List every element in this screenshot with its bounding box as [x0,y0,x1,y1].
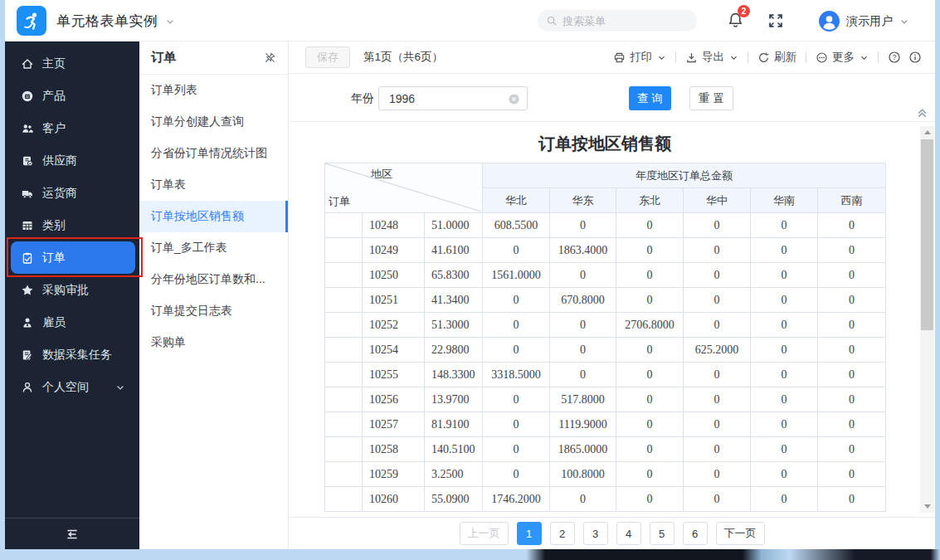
table-cell: 10248 [363,213,425,238]
notification-badge: 2 [738,5,750,17]
table-cell: 0 [616,213,684,238]
sidebar-item-label: 产品 [42,89,66,104]
fullscreen-button[interactable] [767,12,784,29]
help-icon[interactable]: ? [888,51,901,64]
next-page-button[interactable]: 下一页 [716,522,765,545]
prev-page-button[interactable]: 上一页 [460,522,509,545]
submenu-item-4[interactable]: 订单按地区销售额 [139,201,288,232]
scroll-down-button[interactable] [920,500,934,513]
table-cell: 0 [751,437,818,462]
main-content: 保存 第1页（共6页） 打印 导出 [289,41,935,549]
region-column-header: 华中 [684,188,751,213]
submenu-item-5[interactable]: 订单_多工作表 [139,232,288,264]
table-cell: 148.3300 [425,363,483,387]
table-row: 1024941.610001863.40000000 [325,238,886,263]
app-logo[interactable] [17,6,46,36]
page-button-6[interactable]: 6 [683,522,708,545]
table-cell: 1561.0000 [483,263,550,288]
sidebar-item-category[interactable]: 类别 [11,209,135,241]
table-cell: 0 [818,313,886,338]
toolbar-separator [675,51,676,63]
search-box[interactable] [538,10,697,32]
sidebar-item-home[interactable]: 主页 [11,47,135,80]
table-cell: 2706.8000 [616,313,684,338]
page-button-4[interactable]: 4 [616,522,641,545]
collapse-filter-icon[interactable] [915,105,929,119]
clear-input-icon[interactable] [508,93,520,105]
search-input[interactable] [563,15,679,27]
sidebar-item-product[interactable]: 产品 [11,80,135,112]
sidebar-item-shipper[interactable]: 运货商 [11,177,135,209]
avatar[interactable] [819,11,840,32]
sidebar-item-tasks[interactable]: 数据采集任务 [11,338,135,371]
submenu-item-6[interactable]: 分年份地区订单数和... [139,264,288,295]
submenu-item-3[interactable]: 订单表 [139,169,288,201]
table-cell: 0 [616,387,684,412]
sidebar-item-supplier[interactable]: 供应商 [11,144,135,177]
scroll-up-button[interactable] [920,126,934,139]
submenu-item-0[interactable]: 订单列表 [139,75,288,106]
export-button[interactable]: 导出 [685,50,738,65]
notifications-button[interactable]: 2 [727,11,748,32]
refresh-button[interactable]: 刷新 [757,50,796,65]
table-cell: 0 [818,437,886,462]
sidebar-collapse-button[interactable] [5,518,139,549]
table-cell: 0 [818,462,886,487]
table-cell: 0 [751,238,818,263]
table-cell: 65.8300 [425,263,483,288]
more-button[interactable]: 更多 [816,50,869,65]
vertical-scrollbar[interactable] [920,126,934,513]
customers-icon [21,122,34,135]
info-icon[interactable] [908,51,922,64]
table-cell: 3.2500 [425,462,483,487]
user-menu[interactable]: 演示用户 [846,14,909,29]
table-cell: 10254 [363,338,425,363]
table-cell: 0 [616,462,684,487]
app-title[interactable]: 单元格表单实例 [56,12,175,31]
sidebar-item-person[interactable]: 个人空间 [11,371,135,403]
orders-icon [21,251,34,265]
unpin-icon[interactable] [264,51,276,64]
table-row: 1025065.83001561.000000000 [325,263,886,288]
table-cell: 0 [818,238,886,263]
export-label: 导出 [702,50,724,65]
approval-icon [21,284,34,297]
table-cell: 51.0000 [425,213,483,238]
report-canvas: 订单按地区销售额 地区 订单 年度地区订单总金额 华北华东东北华中华南西南 [289,122,935,517]
table-cell: 0 [684,387,751,412]
save-button[interactable]: 保存 [305,46,350,68]
user-name: 演示用户 [846,14,893,29]
page-info: 第1页（共6页） [363,50,443,65]
page-button-2[interactable]: 2 [550,522,575,545]
submenu-item-8[interactable]: 采购单 [139,327,288,358]
reset-button[interactable]: 重 置 [689,86,733,110]
more-ellipsis-icon [816,51,828,64]
scrollbar-thumb[interactable] [921,139,933,330]
table-cell: 0 [751,338,818,363]
table-row: 1026055.09001746.200000000 [325,487,886,512]
table-cell: 625.2000 [684,338,751,363]
table-body: 1024851.0000608.5500000001024941.6100018… [325,213,886,512]
sidebar-item-employee[interactable]: 雇员 [11,306,135,338]
sidebar-item-approval[interactable]: 采购审批 [11,274,135,306]
table-cell: 0 [751,288,818,313]
query-button[interactable]: 查 询 [629,86,671,110]
table-row: 10258140.510001865.00000000 [325,437,886,462]
submenu-item-1[interactable]: 订单分创建人查询 [139,106,288,138]
table-cell: 0 [684,462,751,487]
table-cell: 0 [818,263,886,288]
sidebar-item-customers[interactable]: 客户 [11,112,135,144]
page-button-5[interactable]: 5 [650,522,675,545]
table-row: 1025781.910001119.90000000 [325,412,886,437]
submenu-item-2[interactable]: 分省份订单情况统计图 [139,138,288,169]
table-cell: 0 [483,412,550,437]
pagination-bar: 上一页123456下一页 [289,517,935,549]
page-button-3[interactable]: 3 [583,522,608,545]
page-button-1[interactable]: 1 [517,522,542,545]
table-cell [325,437,363,462]
year-input[interactable] [379,92,527,105]
print-button[interactable]: 打印 [613,50,666,65]
sidebar-item-orders[interactable]: 订单 [11,241,135,274]
topbar: 单元格表单实例 2 演示用户 [5,0,935,41]
submenu-item-7[interactable]: 订单提交日志表 [139,295,288,327]
